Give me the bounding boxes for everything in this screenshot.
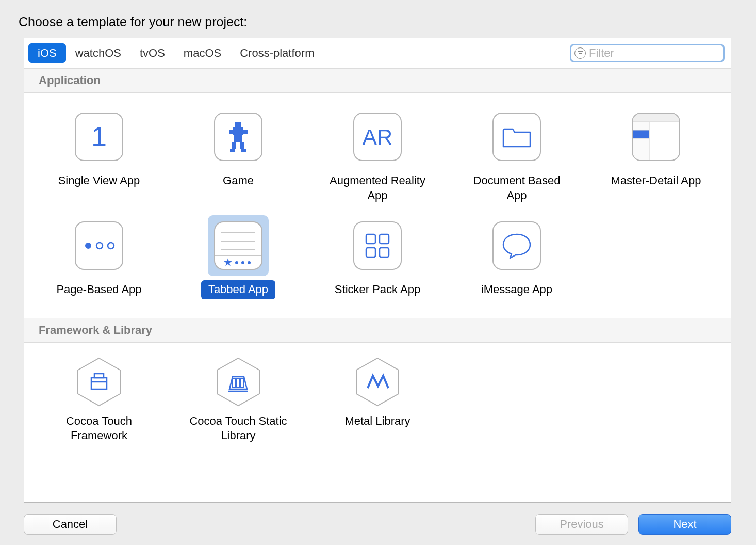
template-label: Page-Based App — [49, 280, 149, 299]
ar-icon: AR — [353, 113, 402, 161]
next-button[interactable]: Next — [638, 514, 731, 535]
svg-text:AR: AR — [363, 125, 392, 149]
framework-grid: Cocoa Touch Framework Cocoa Touch Static… — [24, 343, 731, 464]
svg-rect-31 — [366, 248, 375, 257]
filter-icon — [574, 47, 586, 59]
svg-rect-30 — [380, 234, 389, 244]
svg-rect-4 — [243, 130, 248, 134]
filter-field[interactable] — [570, 44, 725, 62]
template-page-based-app[interactable]: Page-Based App — [35, 215, 163, 299]
application-grid: 1 Single View App — [24, 93, 731, 318]
svg-rect-5 — [234, 135, 242, 142]
template-master-detail-app[interactable]: Master-Detail App — [591, 106, 720, 205]
master-detail-icon — [632, 113, 680, 161]
svg-rect-32 — [380, 248, 389, 257]
platform-toolbar: iOS watchOS tvOS macOS Cross-platform — [24, 38, 731, 68]
svg-rect-13 — [633, 130, 649, 138]
template-document-based-app[interactable]: Document Based App — [452, 106, 581, 205]
svg-marker-42 — [356, 358, 399, 406]
template-single-view-app[interactable]: 1 Single View App — [35, 106, 163, 205]
framework-icon — [76, 356, 122, 408]
svg-marker-37 — [217, 358, 259, 406]
previous-button[interactable]: Previous — [535, 514, 628, 535]
svg-point-20 — [108, 243, 114, 249]
template-cocoa-touch-framework[interactable]: Cocoa Touch Framework — [35, 356, 163, 445]
template-label: iMessage App — [474, 280, 560, 299]
template-metal-library[interactable]: Metal Library — [313, 356, 442, 445]
svg-rect-29 — [366, 234, 375, 244]
template-label: Cocoa Touch Framework — [42, 412, 156, 445]
template-label: Augmented Reality App — [321, 171, 434, 205]
svg-point-27 — [241, 261, 244, 264]
template-label: Document Based App — [460, 171, 573, 205]
svg-text:★: ★ — [223, 257, 233, 268]
svg-rect-2 — [233, 127, 243, 135]
tab-tvos[interactable]: tvOS — [130, 43, 174, 63]
page-based-icon — [75, 221, 123, 270]
svg-point-18 — [85, 243, 91, 249]
tab-cross-platform[interactable]: Cross-platform — [231, 43, 323, 63]
metal-icon — [354, 356, 401, 408]
template-label: Metal Library — [337, 412, 417, 431]
svg-point-19 — [96, 243, 103, 249]
static-library-icon — [215, 356, 261, 408]
svg-rect-9 — [241, 149, 246, 152]
filter-input[interactable] — [589, 46, 721, 60]
platform-tabs: iOS watchOS tvOS macOS Cross-platform — [28, 43, 323, 63]
tab-ios[interactable]: iOS — [28, 43, 66, 63]
dialog-footer: Cancel Previous Next — [4, 503, 751, 538]
template-label: Game — [216, 171, 261, 190]
svg-rect-8 — [230, 149, 235, 152]
section-header-framework: Framework & Library — [24, 318, 731, 343]
svg-rect-12 — [633, 122, 649, 160]
tab-watchos[interactable]: watchOS — [66, 43, 130, 63]
cancel-button[interactable]: Cancel — [24, 514, 117, 535]
template-label: Sticker Pack App — [327, 280, 428, 299]
document-icon — [492, 113, 541, 161]
svg-rect-11 — [633, 114, 679, 122]
template-imessage-app[interactable]: iMessage App — [452, 215, 581, 299]
single-view-icon: 1 — [75, 113, 123, 161]
svg-rect-7 — [240, 142, 244, 149]
dialog-title: Choose a template for your new project: — [4, 4, 751, 38]
svg-rect-6 — [232, 142, 236, 149]
template-label: Single View App — [51, 171, 147, 190]
template-game[interactable]: Game — [174, 106, 303, 205]
template-label: Cocoa Touch Static Library — [182, 412, 295, 445]
template-sticker-pack-app[interactable]: Sticker Pack App — [313, 215, 442, 299]
svg-rect-3 — [229, 130, 233, 134]
tabbed-icon: ★ — [214, 221, 262, 270]
svg-point-26 — [235, 261, 238, 264]
new-project-dialog: Choose a template for your new project: … — [4, 4, 751, 538]
template-augmented-reality-app[interactable]: AR Augmented Reality App — [313, 106, 442, 205]
template-selector: iOS watchOS tvOS macOS Cross-platform Ap… — [24, 38, 731, 503]
section-header-application: Application — [24, 68, 731, 93]
template-label: Master-Detail App — [604, 171, 709, 190]
svg-rect-1 — [235, 122, 241, 127]
svg-text:1: 1 — [91, 121, 107, 152]
sticker-pack-icon — [353, 221, 402, 270]
template-cocoa-touch-static-library[interactable]: Cocoa Touch Static Library — [174, 356, 303, 445]
tab-macos[interactable]: macOS — [174, 43, 231, 63]
imessage-icon — [492, 221, 541, 270]
template-tabbed-app[interactable]: ★ Tabbed App — [174, 215, 303, 299]
game-icon — [214, 113, 262, 161]
svg-point-28 — [248, 261, 251, 264]
template-label: Tabbed App — [201, 280, 275, 299]
